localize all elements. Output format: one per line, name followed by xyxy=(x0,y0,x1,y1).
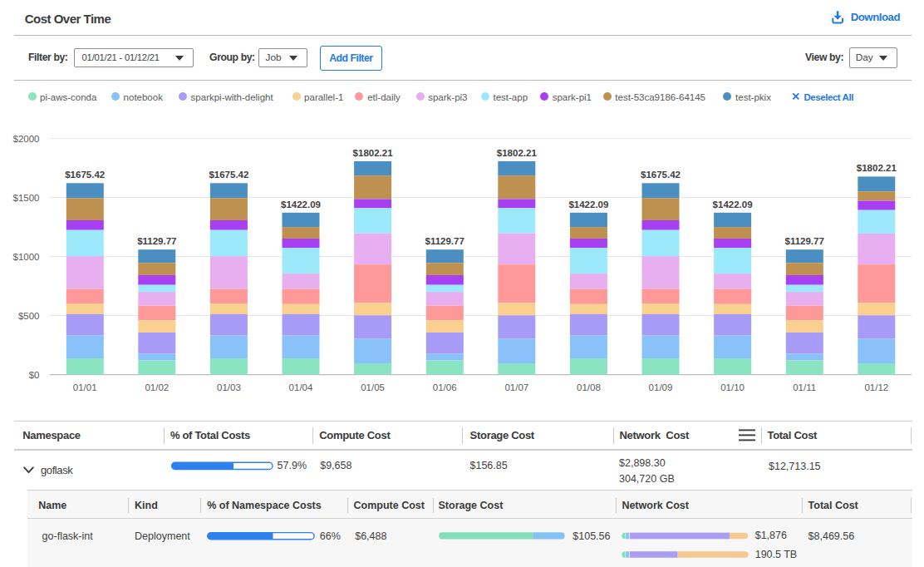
svg-text:$0: $0 xyxy=(29,370,40,380)
svg-text:$1422.09: $1422.09 xyxy=(281,200,321,210)
svg-text:$1129.77: $1129.77 xyxy=(137,236,176,246)
svg-text:$1422.09: $1422.09 xyxy=(568,200,608,210)
svg-text:01/10: 01/10 xyxy=(720,382,745,392)
svg-text:01/01: 01/01 xyxy=(73,382,97,392)
svg-text:$1802.21: $1802.21 xyxy=(353,148,394,158)
svg-text:01/06: 01/06 xyxy=(433,382,457,392)
svg-text:01/09: 01/09 xyxy=(649,382,673,392)
svg-text:01/04: 01/04 xyxy=(289,382,313,392)
svg-text:$1129.77: $1129.77 xyxy=(425,236,464,246)
svg-text:$1675.42: $1675.42 xyxy=(641,170,681,180)
svg-text:$1802.21: $1802.21 xyxy=(497,148,538,158)
svg-text:$1500: $1500 xyxy=(13,193,40,203)
svg-text:$1675.42: $1675.42 xyxy=(65,170,105,180)
svg-text:$1802.21: $1802.21 xyxy=(857,163,897,173)
svg-text:$1000: $1000 xyxy=(13,252,40,262)
svg-text:$500: $500 xyxy=(18,311,40,321)
svg-text:$1422.09: $1422.09 xyxy=(713,200,753,210)
svg-text:01/02: 01/02 xyxy=(145,382,169,392)
svg-text:01/08: 01/08 xyxy=(577,382,601,392)
svg-text:01/11: 01/11 xyxy=(793,382,816,392)
svg-text:$1675.42: $1675.42 xyxy=(209,170,248,180)
svg-text:$2000: $2000 xyxy=(13,134,40,144)
svg-text:$1129.77: $1129.77 xyxy=(785,236,824,246)
svg-text:01/12: 01/12 xyxy=(864,382,888,392)
svg-text:01/05: 01/05 xyxy=(361,382,385,392)
svg-text:01/03: 01/03 xyxy=(217,382,241,392)
svg-text:01/07: 01/07 xyxy=(504,382,528,392)
